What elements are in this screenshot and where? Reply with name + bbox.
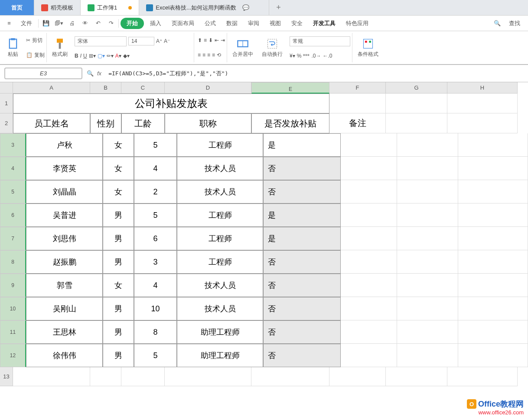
formula-input[interactable]: =IF(AND(C3>=5,D3="工程师"),"是","否") bbox=[105, 68, 528, 79]
cell-A10[interactable]: 吴刚山 bbox=[26, 297, 103, 320]
cell-D10[interactable]: 技术人员 bbox=[177, 297, 263, 320]
merge-button[interactable]: 合并居中 bbox=[229, 33, 257, 62]
bold-button[interactable]: B bbox=[75, 53, 78, 59]
cell-H12[interactable] bbox=[458, 344, 528, 367]
cell-E5[interactable]: 否 bbox=[263, 180, 341, 204]
cell-F7[interactable] bbox=[341, 227, 397, 250]
increase-decimal-icon[interactable]: .0→ bbox=[311, 53, 321, 59]
select-all-corner[interactable] bbox=[0, 82, 13, 94]
cell-F9[interactable] bbox=[341, 274, 397, 297]
row-header-13[interactable]: 13 bbox=[0, 367, 13, 386]
name-box[interactable]: E3 bbox=[4, 68, 82, 79]
row-header-6[interactable]: 6 bbox=[0, 204, 26, 227]
cell-G2[interactable] bbox=[386, 113, 447, 133]
cell-A13[interactable] bbox=[13, 367, 90, 386]
preview-icon[interactable]: 👁 bbox=[79, 18, 91, 29]
cell-H8[interactable] bbox=[458, 250, 528, 274]
cell-E10[interactable]: 否 bbox=[263, 297, 341, 320]
cell-D9[interactable]: 技术人员 bbox=[177, 274, 263, 297]
cell-H9[interactable] bbox=[458, 274, 528, 297]
highlight-button[interactable]: ✏▾ bbox=[107, 53, 114, 59]
cell-B9[interactable]: 女 bbox=[103, 274, 134, 297]
row-header-3[interactable]: 3 bbox=[0, 133, 26, 157]
copy-icon[interactable]: 📋 bbox=[26, 52, 33, 58]
print-icon[interactable]: 🖨 bbox=[66, 18, 78, 29]
col-header-F[interactable]: F bbox=[329, 82, 386, 94]
cell-E6[interactable]: 是 bbox=[263, 204, 341, 227]
paste-button[interactable]: 粘贴 bbox=[3, 33, 23, 62]
format-painter-button[interactable]: 格式刷 bbox=[49, 33, 71, 62]
zoom-lens-icon[interactable]: 🔍 bbox=[87, 70, 94, 77]
cell-H1[interactable] bbox=[447, 94, 518, 113]
cell-G3[interactable] bbox=[397, 133, 458, 157]
row-header-9[interactable]: 9 bbox=[0, 274, 26, 297]
increase-font-icon[interactable]: A⁺ bbox=[156, 38, 162, 44]
cell-F10[interactable] bbox=[341, 297, 397, 320]
menu-find[interactable]: 查找 bbox=[505, 18, 525, 29]
col-header-C[interactable]: C bbox=[121, 82, 165, 94]
cell-F1[interactable] bbox=[329, 94, 386, 113]
currency-icon[interactable]: ¥▾ bbox=[290, 53, 295, 59]
cell-G4[interactable] bbox=[397, 157, 458, 180]
cell-E3[interactable]: 是 bbox=[263, 133, 341, 157]
row-header-5[interactable]: 5 bbox=[0, 180, 26, 204]
cell-C3[interactable]: 5 bbox=[134, 133, 177, 157]
font-color-button[interactable]: A▾ bbox=[115, 53, 121, 59]
cell-B4[interactable]: 女 bbox=[103, 157, 134, 180]
cell-H3[interactable] bbox=[458, 133, 528, 157]
cell-F6[interactable] bbox=[341, 204, 397, 227]
percent-icon[interactable]: % bbox=[297, 53, 302, 59]
cell-G1[interactable] bbox=[386, 94, 447, 113]
cell-C8[interactable]: 3 bbox=[134, 250, 177, 274]
row-header-10[interactable]: 10 bbox=[0, 297, 26, 320]
row-header-1[interactable]: 1 bbox=[0, 94, 13, 113]
cell-B7[interactable]: 男 bbox=[103, 227, 134, 250]
menu-special[interactable]: 特色应用 bbox=[342, 18, 373, 29]
cell-D7[interactable]: 工程师 bbox=[177, 227, 263, 250]
cell-H6[interactable] bbox=[458, 204, 528, 227]
cell-C7[interactable]: 6 bbox=[134, 227, 177, 250]
align-left-icon[interactable]: ≡ bbox=[198, 52, 201, 58]
cell-H10[interactable] bbox=[458, 297, 528, 320]
col-header-H[interactable]: H bbox=[447, 82, 518, 94]
fill-color-button[interactable]: ▢▾ bbox=[98, 53, 105, 59]
cell-C11[interactable]: 8 bbox=[134, 320, 177, 344]
cell-A5[interactable]: 刘晶晶 bbox=[26, 180, 103, 204]
clear-format-button[interactable]: ◆▾ bbox=[123, 53, 130, 59]
italic-button[interactable]: I bbox=[80, 53, 81, 59]
cell-F13[interactable] bbox=[329, 367, 386, 386]
cell-D5[interactable]: 技术人员 bbox=[177, 180, 263, 204]
cell-D11[interactable]: 助理工程师 bbox=[177, 320, 263, 344]
cell-B12[interactable]: 男 bbox=[103, 344, 134, 367]
row-header-12[interactable]: 12 bbox=[0, 344, 26, 367]
cell-G7[interactable] bbox=[397, 227, 458, 250]
cell-H11[interactable] bbox=[458, 320, 528, 344]
row-header-8[interactable]: 8 bbox=[0, 250, 26, 274]
align-bottom-icon[interactable]: ⬇ bbox=[209, 37, 213, 43]
menu-formula[interactable]: 公式 bbox=[200, 18, 220, 29]
menu-layout[interactable]: 页面布局 bbox=[167, 18, 199, 29]
cell-G13[interactable] bbox=[386, 367, 447, 386]
cond-format-button[interactable]: 条件格式 bbox=[354, 33, 382, 62]
align-top-icon[interactable]: ⬆ bbox=[198, 37, 202, 43]
cell-H13[interactable] bbox=[447, 367, 518, 386]
cell-C13[interactable] bbox=[121, 367, 165, 386]
tab-docer[interactable]: 稻壳模板 bbox=[34, 0, 81, 15]
cell-B13[interactable] bbox=[90, 367, 121, 386]
orientation-icon[interactable]: ⟲ bbox=[217, 52, 221, 58]
align-right-icon[interactable]: ≡ bbox=[207, 52, 210, 58]
cell-C5[interactable]: 2 bbox=[134, 180, 177, 204]
cell-C6[interactable]: 5 bbox=[134, 204, 177, 227]
col-header-A[interactable]: A bbox=[13, 82, 90, 94]
row-header-2[interactable]: 2 bbox=[0, 113, 13, 133]
cell-F4[interactable] bbox=[341, 157, 397, 180]
cell-H4[interactable] bbox=[458, 157, 528, 180]
wrap-button[interactable]: 自动换行 bbox=[258, 33, 286, 62]
row-header-7[interactable]: 7 bbox=[0, 227, 26, 250]
cell-D4[interactable]: 技术人员 bbox=[177, 157, 263, 180]
underline-button[interactable]: U bbox=[83, 53, 87, 59]
indent-left-icon[interactable]: ⇤ bbox=[215, 37, 219, 43]
cell-E8[interactable]: 否 bbox=[263, 250, 341, 274]
align-center-icon[interactable]: ≡ bbox=[202, 52, 205, 58]
cell-G8[interactable] bbox=[397, 250, 458, 274]
